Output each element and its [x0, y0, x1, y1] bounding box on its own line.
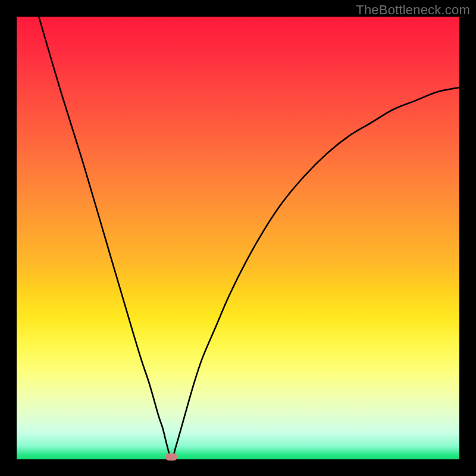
chart-frame: TheBottleneck.com: [0, 0, 476, 476]
minimum-marker: [165, 453, 177, 461]
bottleneck-curve: [17, 17, 459, 459]
watermark-text: TheBottleneck.com: [356, 2, 470, 18]
chart-plot-area: [17, 17, 459, 459]
